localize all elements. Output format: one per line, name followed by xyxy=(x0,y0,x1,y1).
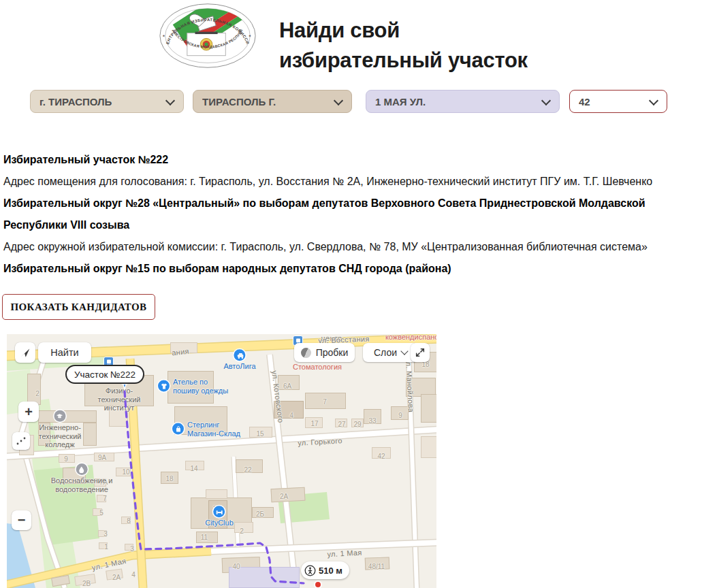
zoom-in-button[interactable]: + xyxy=(18,402,39,422)
building xyxy=(109,409,128,427)
building xyxy=(364,409,381,424)
zoom-out-button[interactable]: − xyxy=(12,510,31,530)
building xyxy=(196,532,218,543)
building xyxy=(174,406,227,435)
map[interactable]: центрул. Восстанияанияул. Горькогоул. Ко… xyxy=(7,334,436,588)
building xyxy=(351,419,364,427)
building xyxy=(106,568,123,580)
street-select[interactable]: 1 МАЯ УЛ. xyxy=(366,91,559,112)
building xyxy=(38,423,50,446)
building xyxy=(208,500,227,529)
building xyxy=(391,406,409,420)
building xyxy=(236,459,263,473)
building xyxy=(421,394,436,423)
page-title-line1: Найди свой xyxy=(279,18,400,42)
geolocation-button[interactable] xyxy=(15,342,35,363)
building xyxy=(274,401,304,419)
building xyxy=(125,544,133,551)
building xyxy=(252,507,274,518)
building xyxy=(421,436,436,458)
building xyxy=(305,393,346,409)
building xyxy=(59,454,75,463)
building xyxy=(206,489,227,499)
filter-bar: г. ТИРАСПОЛЬ ТИРАСПОЛЬ Г. 1 МАЯ УЛ. 42 xyxy=(30,90,667,113)
station-title: Избирательный участок №222 xyxy=(3,149,688,171)
layers-label: Слои xyxy=(374,347,397,358)
pedestrian-icon xyxy=(304,565,316,576)
building xyxy=(305,417,323,428)
cec-emblem-logo: ЦЕНТРАЛЬНАЯ ИЗБИРАТЕЛЬНАЯ КОМИССИЯ ПРИДН… xyxy=(158,2,257,69)
traffic-light-icon xyxy=(301,348,311,358)
house-select-wrap: 42 xyxy=(569,90,667,113)
chevron-down-icon xyxy=(400,347,408,355)
station-balloon[interactable]: Участок №222 xyxy=(65,365,144,384)
building xyxy=(249,427,272,438)
station-address: Адрес помещения для голосования: г. Тира… xyxy=(3,171,688,193)
building xyxy=(99,542,108,549)
building xyxy=(83,423,97,446)
building xyxy=(335,419,347,427)
building xyxy=(234,522,253,533)
ruler-dots-icon xyxy=(14,434,28,448)
page: ЦЕНТРАЛЬНАЯ ИЗБИРАТЕЛЬНАЯ КОМИССИЯ ПРИДН… xyxy=(0,0,702,588)
building xyxy=(94,478,106,487)
city-select[interactable]: ТИРАСПОЛЬ Г. xyxy=(193,91,351,112)
building xyxy=(116,468,131,476)
building xyxy=(38,410,97,423)
svg-text:*: * xyxy=(163,33,165,40)
traffic-label: Пробки xyxy=(316,347,349,358)
building xyxy=(94,453,114,461)
building xyxy=(161,472,178,484)
show-candidates-button[interactable]: ПОКАЗАТЬ КАНДИДАТОВ xyxy=(2,294,155,320)
region-select[interactable]: г. ТИРАСПОЛЬ xyxy=(31,91,183,112)
building xyxy=(372,447,391,459)
building xyxy=(365,557,390,570)
building xyxy=(271,487,306,503)
page-title-line2: избирательный участок xyxy=(279,48,528,72)
region-select-wrap: г. ТИРАСПОЛЬ xyxy=(30,90,184,113)
map-search-button[interactable]: Найти xyxy=(38,342,91,363)
building xyxy=(229,567,300,588)
building xyxy=(27,374,41,405)
route-distance-label: 510 м xyxy=(319,566,342,576)
layers-button[interactable]: Слои xyxy=(363,343,418,362)
building xyxy=(167,371,214,404)
traffic-button[interactable]: Пробки xyxy=(294,343,355,362)
svg-text:*: * xyxy=(249,33,251,40)
building xyxy=(63,468,86,484)
building xyxy=(121,517,131,524)
building xyxy=(185,461,204,470)
building xyxy=(51,575,70,587)
results-block: Избирательный участок №222 Адрес помещен… xyxy=(3,149,688,280)
fullscreen-button[interactable] xyxy=(411,343,430,362)
locate-arrow-icon xyxy=(19,346,31,359)
cec-emblem-icon: ЦЕНТРАЛЬНАЯ ИЗБИРАТЕЛЬНАЯ КОМИССИЯ ПРИДН… xyxy=(158,2,257,69)
district2-title: Избирательный округ №15 по выборам народ… xyxy=(3,258,688,280)
building xyxy=(278,375,300,390)
building xyxy=(74,574,96,586)
district1-address: Адрес окружной избирательной комиссии: г… xyxy=(3,236,688,258)
building xyxy=(98,530,107,537)
building xyxy=(97,495,106,502)
building xyxy=(170,342,197,353)
city-select-wrap: ТИРАСПОЛЬ Г. xyxy=(193,90,352,113)
page-title: Найди свойизбирательный участок xyxy=(279,16,528,76)
route-distance-badge[interactable]: 510 м xyxy=(301,561,349,579)
district1-title: Избирательный округ №28 «Центральный» по… xyxy=(3,193,663,236)
ruler-tool-button[interactable] xyxy=(12,432,30,450)
expand-arrows-icon xyxy=(415,347,426,358)
street-select-wrap: 1 МАЯ УЛ. xyxy=(366,90,560,113)
building xyxy=(93,508,102,516)
house-select[interactable]: 42 xyxy=(570,91,667,112)
